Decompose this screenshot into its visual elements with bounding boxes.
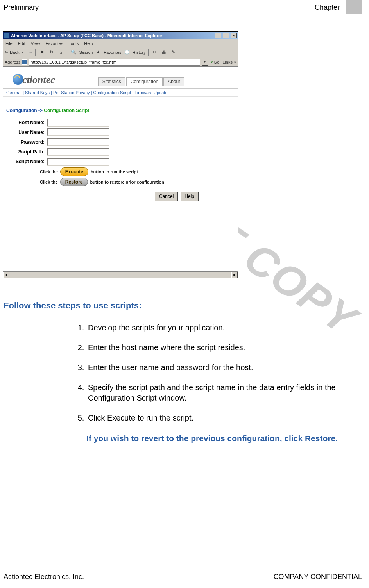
tab-configuration[interactable]: Configuration [126,77,163,86]
search-icon[interactable]: 🔍 [70,48,77,56]
window-titlebar: Atheros Web Interface - AP Setup (FCC Ba… [3,32,238,39]
help-button[interactable]: Help [180,192,199,201]
back-arrow-icon[interactable]: ⇦ [5,50,8,55]
section-heading: Follow these steps to use scripts: [4,301,367,311]
tab-about[interactable]: About [163,77,184,86]
print-icon[interactable]: 🖶 [160,48,168,56]
script-name-label: Script Name: [7,159,45,164]
user-name-input[interactable] [47,128,109,136]
restore-button[interactable]: Restore [60,178,88,186]
script-path-label: Script Path: [7,149,45,155]
form-row-host: Host Name: [7,119,234,127]
header-chapter: Chapter [315,4,340,12]
page-footer: Actiontec Electronics, Inc. COMPANY CONF… [4,570,362,581]
toolbar-separator [67,49,67,56]
minimize-button[interactable]: _ [215,33,221,38]
breadcrumb: Configuration -> Configuration Script [3,97,238,116]
maximize-button[interactable]: □ [223,33,229,38]
host-name-input[interactable] [47,119,109,127]
logo-row: ctiontec Statistics Configuration About [3,67,238,88]
home-icon[interactable]: ⌂ [57,48,64,56]
click-the-text: Click the [40,180,58,184]
logo-text: ctiontec [22,74,55,86]
horizontal-scrollbar[interactable]: ◄ ► [3,271,238,278]
links-chevron-icon[interactable]: » [234,60,236,64]
document-body: Follow these steps to use scripts: Devel… [4,301,369,444]
favorites-button[interactable]: Favorites [104,50,121,55]
menu-file[interactable]: File [5,41,13,46]
execute-hint-text: button to run the script [91,169,138,174]
address-url: http://192.168.1.1/fs/ssi/setup_frame_fc… [30,60,116,64]
go-label: Go [214,60,220,64]
header-right: Chapter [315,4,362,14]
steps-list: Develop the scripts for your application… [4,323,367,423]
go-icon: ➜ [210,59,213,64]
search-button[interactable]: Search [79,50,93,55]
step-2: Enter the host name where the script res… [86,342,367,353]
history-icon[interactable]: 🕘 [123,48,131,56]
footer-right: COMPANY CONFIDENTIAL [274,573,362,581]
script-path-input[interactable] [47,148,109,156]
bottom-button-row: Cancel Help [7,188,234,201]
address-dropdown-icon[interactable]: ▼ [202,59,208,66]
config-form: Host Name: User Name: Password: Script P… [3,116,238,203]
window-title: Atheros Web Interface - AP Setup (FCC Ba… [11,33,213,38]
address-input[interactable]: http://192.168.1.1/fs/ssi/setup_frame_fc… [29,59,200,66]
page-header: Preliminary Chapter [0,0,369,14]
password-input[interactable] [47,138,109,146]
user-name-label: User Name: [7,130,45,135]
execute-hint-row: Click the Execute button to run the scri… [40,167,234,176]
host-name-label: Host Name: [7,120,45,125]
mail-icon[interactable]: ✉ [151,48,159,56]
header-left: Preliminary [4,4,39,14]
back-button[interactable]: Back [10,50,19,55]
edit-icon[interactable]: ✎ [170,48,177,56]
step-4: Specify the script path and the script n… [86,382,367,403]
execute-button[interactable]: Execute [60,167,88,176]
browser-window: Atheros Web Interface - AP Setup (FCC Ba… [3,31,238,278]
page-number-tab [346,0,362,14]
history-button[interactable]: History [133,50,146,55]
go-button[interactable]: ➜ Go [210,59,220,64]
form-row-scriptname: Script Name: [7,158,234,166]
close-button[interactable]: × [231,33,237,38]
form-row-scriptpath: Script Path: [7,148,234,156]
menu-view[interactable]: View [31,41,40,46]
scroll-right-icon[interactable]: ► [231,272,238,278]
links-button[interactable]: Links [222,60,233,64]
menu-help[interactable]: Help [84,41,93,46]
favorites-icon[interactable]: ★ [94,48,102,56]
tab-row: Statistics Configuration About [98,77,184,86]
refresh-icon[interactable]: ↻ [47,48,55,56]
stop-icon[interactable]: ✖ [38,48,46,56]
actiontec-logo: ctiontec [13,74,55,86]
menubar: File Edit View Favorites Tools Help [3,39,238,47]
menu-edit[interactable]: Edit [18,41,25,46]
browser-content: ctiontec Statistics Configuration About … [3,67,238,278]
step-5: Click Execute to run the script. [86,413,367,423]
app-icon [4,33,9,38]
revert-note: If you wish to revert to the previous co… [86,433,367,444]
tab-statistics[interactable]: Statistics [98,77,125,86]
forward-arrow-icon[interactable]: → [29,50,33,55]
scroll-left-icon[interactable]: ◄ [3,272,9,278]
page-icon [22,59,27,65]
click-the-text: Click the [40,169,58,174]
sub-nav-links[interactable]: General | Shared Keys | Per Station Priv… [3,88,238,97]
cancel-button[interactable]: Cancel [155,192,178,201]
toolbar-separator [26,49,26,56]
menu-tools[interactable]: Tools [69,41,79,46]
form-row-user: User Name: [7,128,234,136]
logo-orb-icon [13,74,23,85]
script-name-input[interactable] [47,158,109,166]
form-row-password: Password: [7,138,234,146]
password-label: Password: [7,139,45,145]
footer-left: Actiontec Electronics, Inc. [4,573,84,581]
breadcrumb-config: Configuration -> [6,108,43,113]
back-dropdown-icon[interactable]: ▼ [21,51,23,53]
menu-favorites[interactable]: Favorites [45,41,63,46]
toolbar: ⇦ Back ▼ → ✖ ↻ ⌂ 🔍 Search ★ Favorites 🕘 … [3,47,238,57]
toolbar-separator [35,49,36,56]
step-3: Enter the user name and password for the… [86,362,367,373]
breadcrumb-script: Configuration Script [43,108,89,113]
